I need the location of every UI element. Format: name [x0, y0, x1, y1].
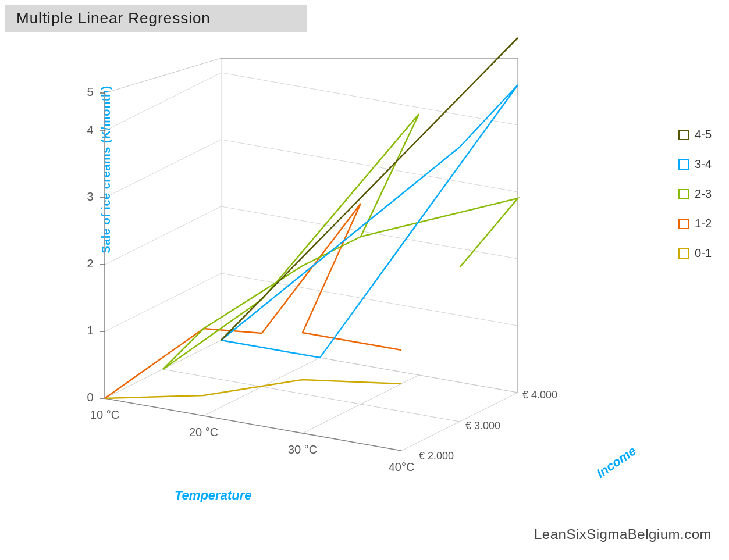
svg-text:30 °C: 30 °C	[288, 443, 317, 456]
svg-text:3: 3	[87, 190, 93, 203]
svg-line-21	[105, 58, 221, 93]
legend-box-1-2	[678, 219, 689, 229]
chart-svg: 0 1 2 3 4 5 10 °C 20 °C 30 °C 40°C € 2.0…	[47, 0, 593, 477]
legend-item-1-2: 1-2	[678, 217, 712, 230]
series-2-3-a	[163, 114, 518, 369]
legend-box-0-1	[678, 248, 689, 259]
legend-item-2-3: 2-3	[678, 187, 712, 201]
svg-text:€ 2.000: € 2.000	[419, 450, 454, 462]
svg-text:€ 4.000: € 4.000	[522, 389, 557, 401]
legend-label-1-2: 1-2	[695, 217, 712, 230]
series-4-5	[221, 38, 518, 340]
svg-text:40°C: 40°C	[389, 461, 415, 473]
temperature-axis-label: Temperature	[175, 488, 251, 503]
income-axis-label: Income	[593, 443, 639, 481]
legend-box-3-4	[678, 159, 689, 170]
svg-line-19	[105, 140, 221, 198]
svg-text:0: 0	[87, 391, 93, 404]
legend-label-2-3: 2-3	[695, 187, 712, 201]
series-0-1	[105, 380, 401, 398]
svg-line-20	[105, 73, 221, 131]
legend-item-3-4: 3-4	[678, 158, 712, 171]
series-3-4	[221, 85, 518, 358]
branding-text: LeanSixSigmaBelgium.com	[534, 526, 712, 543]
svg-line-17	[105, 273, 221, 331]
svg-text:2: 2	[87, 257, 93, 270]
legend-box-4-5	[678, 130, 689, 140]
svg-text:€ 3.000: € 3.000	[465, 420, 500, 431]
svg-text:10 °C: 10 °C	[90, 408, 119, 421]
svg-line-11	[221, 273, 518, 326]
legend-box-2-3	[678, 189, 689, 199]
legend-label-3-4: 3-4	[695, 158, 712, 171]
svg-line-14	[221, 73, 518, 125]
svg-text:5: 5	[87, 85, 93, 98]
svg-line-18	[105, 206, 221, 265]
svg-text:1: 1	[87, 324, 93, 337]
series-1-2	[105, 204, 401, 398]
series-3-4-close	[221, 147, 460, 340]
legend-label-0-1: 0-1	[695, 247, 712, 260]
series-2-3-b	[163, 237, 361, 369]
legend-item-0-1: 0-1	[678, 247, 712, 260]
legend: 4-5 3-4 2-3 1-2 0-1	[678, 128, 712, 260]
legend-item-4-5: 4-5	[678, 128, 712, 141]
svg-text:4: 4	[87, 123, 93, 136]
svg-text:20 °C: 20 °C	[189, 426, 218, 438]
legend-label-4-5: 4-5	[695, 128, 712, 141]
